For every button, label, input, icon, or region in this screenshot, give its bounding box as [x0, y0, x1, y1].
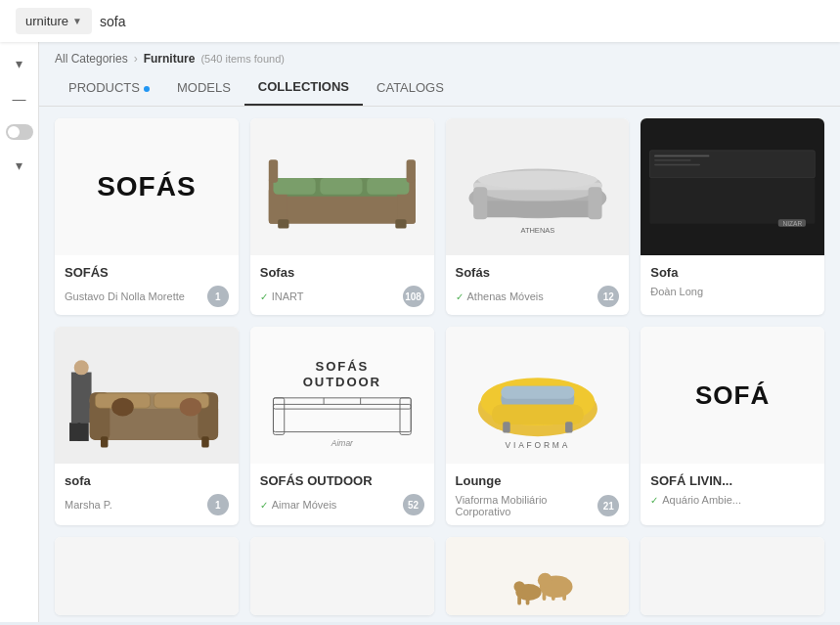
- breadcrumb-count: (540 items found): [200, 53, 285, 65]
- card-title: Sofás: [456, 265, 620, 280]
- card-count: 52: [403, 494, 424, 515]
- card-title: sofa: [65, 473, 229, 488]
- dogs-svg: [446, 539, 630, 612]
- card-author: Viaforma Mobiliário Corporativo: [456, 494, 598, 517]
- card-author: ✓ Athenas Móveis: [456, 290, 544, 302]
- svg-point-36: [111, 398, 134, 417]
- card-count: 12: [597, 286, 619, 307]
- sidebar-minus[interactable]: —: [10, 89, 29, 109]
- svg-rect-20: [650, 178, 816, 224]
- svg-rect-15: [477, 201, 597, 217]
- list-item[interactable]: [641, 537, 824, 615]
- dark-sofa-svg: NIZAR: [641, 132, 824, 243]
- svg-point-14: [477, 170, 597, 189]
- card-body: SOFÁS OUTDOOR ✓ Aimar Móveis 52: [250, 464, 434, 525]
- content-area: All Categories › Furniture (540 items fo…: [39, 42, 840, 622]
- tab-collections[interactable]: COLLECTIONS: [244, 69, 363, 106]
- svg-rect-7: [278, 219, 288, 228]
- list-item[interactable]: [446, 537, 630, 615]
- breadcrumb: All Categories › Furniture (540 items fo…: [39, 42, 840, 69]
- svg-rect-26: [71, 373, 92, 424]
- breadcrumb-all-categories[interactable]: All Categories: [55, 52, 128, 66]
- list-item[interactable]: [55, 537, 239, 615]
- list-item[interactable]: [250, 537, 434, 615]
- svg-rect-29: [77, 423, 88, 441]
- card-author: Đoàn Long: [650, 286, 703, 297]
- card-image: [641, 537, 824, 615]
- svg-rect-43: [273, 398, 411, 409]
- svg-rect-22: [654, 159, 691, 160]
- svg-text:ATHENAS: ATHENAS: [520, 226, 554, 235]
- search-input[interactable]: [100, 10, 824, 33]
- svg-rect-61: [542, 590, 546, 601]
- card-title: Sofa: [650, 265, 815, 280]
- card-body: Sofas ✓ INART 108: [250, 255, 434, 315]
- viaforma-svg: VIAFORMA: [446, 335, 630, 455]
- list-item[interactable]: VIAFORMA Lounge Viaforma Mobiliário Corp…: [446, 327, 630, 525]
- svg-rect-5: [320, 178, 362, 195]
- svg-text:NIZAR: NIZAR: [783, 219, 803, 226]
- card-image: NIZAR: [641, 118, 824, 255]
- svg-text:SOFÁS: SOFÁS: [315, 359, 369, 374]
- cards-grid: SOFÁS SOFÁS Gustavo Di Nolla Morette 1: [55, 118, 824, 525]
- list-item[interactable]: SOFÁS OUTDOOR Aimar: [250, 327, 434, 525]
- card-image: [55, 327, 239, 464]
- list-item[interactable]: SOFÁ SOFÁ LIVIN... ✓ Aquário Ambie...: [641, 327, 824, 525]
- sidebar-chevron-down-2[interactable]: ▾: [10, 156, 29, 175]
- card-image: VIAFORMA: [446, 327, 630, 464]
- sofa-green-svg: [250, 132, 434, 243]
- svg-rect-21: [654, 155, 709, 156]
- card-image: SOFÁ: [641, 327, 824, 464]
- list-item[interactable]: sofa Marsha P. 1: [55, 327, 239, 525]
- svg-rect-8: [395, 219, 406, 228]
- list-item[interactable]: SOFÁS SOFÁS Gustavo Di Nolla Morette 1: [55, 118, 239, 315]
- svg-point-27: [74, 360, 89, 375]
- svg-rect-53: [491, 404, 583, 424]
- svg-rect-54: [503, 422, 510, 432]
- sidebar-chevron-down[interactable]: ▾: [10, 54, 29, 73]
- card-title: SOFÁ LIVIN...: [650, 473, 815, 488]
- svg-text:VIAFORMA: VIAFORMA: [505, 440, 570, 450]
- card-meta: Viaforma Mobiliário Corporativo 21: [456, 494, 620, 517]
- card-title: Sofas: [260, 265, 424, 280]
- sofa-curved-svg: ATHENAS: [446, 132, 630, 243]
- card-title: Lounge: [456, 473, 620, 488]
- card-meta: ✓ Athenas Móveis 12: [456, 286, 620, 307]
- card-image: [446, 537, 630, 615]
- check-icon: ✓: [456, 291, 464, 302]
- card-meta: ✓ Aimar Móveis 52: [260, 494, 424, 515]
- card-author: Marsha P.: [65, 499, 112, 511]
- list-item[interactable]: NIZAR Sofa Đoàn Long: [641, 118, 824, 315]
- svg-rect-9: [269, 159, 278, 182]
- svg-rect-23: [654, 164, 700, 165]
- list-item[interactable]: ATHENAS Sofás ✓ Athenas Móveis 12: [446, 118, 630, 315]
- card-image-text: SOFÁ: [695, 380, 770, 411]
- card-count: 21: [597, 495, 619, 516]
- card-author: ✓ INART: [260, 290, 304, 302]
- svg-rect-4: [273, 178, 315, 195]
- card-author: Gustavo Di Nolla Morette: [65, 290, 185, 302]
- card-image: [250, 537, 434, 615]
- bottom-cards-grid: [55, 537, 824, 615]
- tab-models[interactable]: MODELS: [163, 70, 244, 105]
- list-item[interactable]: Sofas ✓ INART 108: [250, 118, 434, 315]
- card-body: Sofa Đoàn Long: [641, 255, 824, 315]
- sidebar-toggle[interactable]: [6, 124, 33, 140]
- tab-catalogs[interactable]: CATALOGS: [363, 70, 458, 105]
- grid-container: SOFÁS SOFÁS Gustavo Di Nolla Morette 1: [39, 107, 840, 622]
- breadcrumb-separator: ›: [134, 52, 138, 66]
- svg-rect-63: [562, 590, 566, 601]
- svg-rect-52: [501, 386, 574, 399]
- card-body: SOFÁS Gustavo Di Nolla Morette 1: [55, 255, 239, 315]
- svg-rect-16: [473, 187, 487, 219]
- card-image: SOFÁS OUTDOOR Aimar: [250, 327, 434, 464]
- tab-products[interactable]: PRODUCTS: [55, 70, 163, 105]
- tab-dot: [144, 86, 150, 92]
- svg-rect-39: [201, 436, 209, 447]
- sidebar: ▾ — ▾: [0, 42, 39, 622]
- card-body: SOFÁ LIVIN... ✓ Aquário Ambie...: [641, 464, 824, 525]
- category-dropdown[interactable]: urniture ▼: [16, 8, 92, 34]
- card-meta: Marsha P. 1: [65, 494, 229, 515]
- svg-text:OUTDOOR: OUTDOOR: [303, 375, 381, 389]
- card-image: ATHENAS: [446, 118, 630, 255]
